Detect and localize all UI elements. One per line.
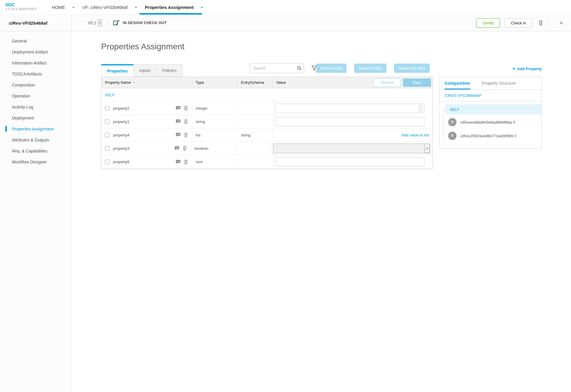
discard-button[interactable]: Discard: [374, 78, 401, 87]
divider: [107, 18, 108, 27]
column-header-type: Type: [192, 77, 237, 88]
top-nav: SDC v.1.14.5-SNAPSHOT HOME ▶ VF: ciRes-V…: [0, 0, 571, 15]
declare-action-button[interactable]: Declare Input: [316, 64, 346, 73]
comment-icon[interactable]: [176, 106, 181, 111]
tree-node-instance[interactable]: R ciReseedbb8f43e6ad88686ba 0: [445, 116, 541, 128]
main-tabs: Properties Inputs Policies: [101, 64, 183, 77]
plus-icon: +: [512, 66, 515, 72]
table-row: property2 integer ⌃⌄: [101, 102, 432, 115]
delete-property-icon[interactable]: [183, 146, 187, 151]
properties-table: Property Name ▼ Type EntrySchema Value D…: [101, 77, 433, 169]
main-tab[interactable]: Policies: [156, 64, 182, 77]
value-number-input[interactable]: [275, 104, 424, 113]
column-header-property-name[interactable]: Property Name ▼: [101, 77, 192, 88]
app-logo: SDC v.1.14.5-SNAPSHOT: [0, 0, 51, 15]
sidebar-menu-item[interactable]: Operation: [0, 90, 71, 101]
sidebar-menu-item[interactable]: General: [0, 35, 71, 46]
hierarchy-tab-label: Composition: [445, 81, 470, 86]
comment-icon[interactable]: [175, 146, 179, 151]
sidebar-item-label: Req. & Capabilities: [12, 149, 47, 153]
divider: [548, 18, 549, 27]
comment-icon[interactable]: [176, 119, 181, 124]
checkout-pencil-icon: [113, 20, 120, 26]
search-input[interactable]: [250, 63, 304, 73]
search-icon: [297, 66, 302, 72]
save-button[interactable]: Save: [403, 78, 431, 87]
main-tab[interactable]: Properties: [101, 64, 134, 77]
check-in-button[interactable]: Check in: [505, 18, 532, 28]
row-checkbox[interactable]: [105, 146, 109, 151]
sidebar-item-label: Activity Log: [12, 105, 33, 109]
add-property-button[interactable]: + Add Property: [512, 66, 542, 72]
value-text-input[interactable]: [275, 117, 424, 126]
sidebar-item-label: Workflow Designer: [12, 160, 47, 164]
hierarchy-tab[interactable]: Property Structure: [482, 77, 516, 89]
sidebar-item-label: General: [12, 39, 27, 43]
sidebar-menu-item[interactable]: Req. & Capabilities: [0, 145, 71, 156]
table-body: property2 integer ⌃⌄ proper: [101, 102, 432, 169]
sidebar-item-label: Information Artifact: [12, 61, 47, 65]
entity-name: ciRes-VFd2b468af: [9, 21, 47, 26]
row-checkbox[interactable]: [105, 160, 109, 164]
sidebar-menu-item[interactable]: Attributes & Outputs: [0, 134, 71, 145]
resource-instance-label: ciReseedbb8f43e6ad88686ba 0: [460, 120, 515, 125]
property-name: property4: [113, 133, 129, 137]
page-title: Properties Assignment: [101, 42, 184, 51]
sidebar: ciRes-VFd2b468af General Deployment Arti…: [0, 15, 72, 392]
sidebar-item-label: Operation: [12, 94, 30, 98]
version-stepper[interactable]: ▲▼: [98, 19, 102, 26]
number-spinner-icon[interactable]: ⌃⌄: [419, 105, 423, 112]
hierarchy-tabs: Composition Property Structure: [439, 77, 541, 90]
declare-action-button[interactable]: Create List Input: [394, 64, 430, 73]
sidebar-menu-item[interactable]: TOSCA Artifacts: [0, 68, 71, 79]
main-tab[interactable]: Inputs: [134, 64, 156, 77]
value-select[interactable]: ▼: [273, 144, 430, 153]
sidebar-menu-item[interactable]: Composition: [0, 79, 71, 90]
sidebar-menu-item[interactable]: Activity Log: [0, 101, 71, 112]
sidebar-item-label: Properties Assignment: [12, 127, 54, 131]
close-icon[interactable]: ✕: [559, 20, 563, 26]
column-header-value: Value Discard Save: [273, 77, 432, 88]
delete-property-icon[interactable]: [184, 119, 188, 124]
breadcrumb-vf[interactable]: VF: ciRes-VFd2b468af: [81, 0, 129, 15]
hierarchy-tab[interactable]: Composition: [445, 77, 470, 89]
resource-avatar: R: [448, 118, 457, 126]
app-logo-title: SDC: [5, 2, 51, 7]
sidebar-menu-item[interactable]: Properties Assignment: [0, 123, 71, 134]
certify-button[interactable]: Certify: [476, 18, 500, 28]
hierarchy-panel: Composition Property Structure CIRES-VFD…: [439, 77, 542, 149]
sidebar-menu-item[interactable]: Deployment: [0, 112, 71, 123]
breadcrumb-current[interactable]: Properties Assignment: [144, 0, 195, 15]
row-checkbox[interactable]: [105, 119, 109, 124]
sidebar-item-label: Composition: [12, 83, 35, 87]
sidebar-menu: General Deployment Artifact Information …: [0, 31, 71, 167]
tree-node-self[interactable]: SELF: [445, 104, 541, 114]
declare-action-button[interactable]: Declare Policy: [354, 64, 386, 73]
entity-header: ciRes-VFd2b468af: [0, 15, 71, 31]
value-text-input[interactable]: [275, 157, 424, 166]
hierarchy-component-name: CIRES-VFD2B468AF: [439, 90, 541, 101]
delete-component-icon[interactable]: [538, 20, 543, 26]
table-row: property4 list string Add value to list: [101, 128, 432, 142]
breadcrumb-home[interactable]: HOME: [51, 0, 66, 15]
sidebar-menu-item[interactable]: Workflow Designer: [0, 156, 71, 167]
row-checkbox[interactable]: [105, 106, 109, 111]
delete-property-icon[interactable]: [184, 133, 188, 137]
comment-icon[interactable]: [176, 133, 181, 137]
add-value-to-list-link[interactable]: Add value to list: [401, 133, 430, 137]
property-type: string: [192, 119, 205, 124]
delete-property-icon[interactable]: [184, 106, 188, 111]
table-row: property1 string: [101, 115, 432, 128]
comment-icon[interactable]: [176, 160, 181, 164]
sidebar-menu-item[interactable]: Information Artifact: [0, 57, 71, 68]
table-row: property3 boolean ▼: [101, 142, 432, 155]
breadcrumb: HOME ▶ VF: ciRes-VFd2b468af ▶ Properties…: [51, 0, 210, 15]
delete-property-icon[interactable]: [184, 160, 188, 164]
sidebar-menu-item[interactable]: Deployment Artifact: [0, 46, 71, 57]
app-version: v.1.14.5-SNAPSHOT: [5, 7, 51, 11]
tab-label: Policies: [162, 68, 176, 73]
resource-instance-label: ciRes25933e436b771ed00999 0: [460, 134, 516, 138]
breadcrumb-arrow-icon: ▶: [129, 0, 144, 15]
row-checkbox[interactable]: [105, 133, 109, 137]
tree-node-instance[interactable]: R ciRes25933e436b771ed00999 0: [445, 130, 541, 142]
